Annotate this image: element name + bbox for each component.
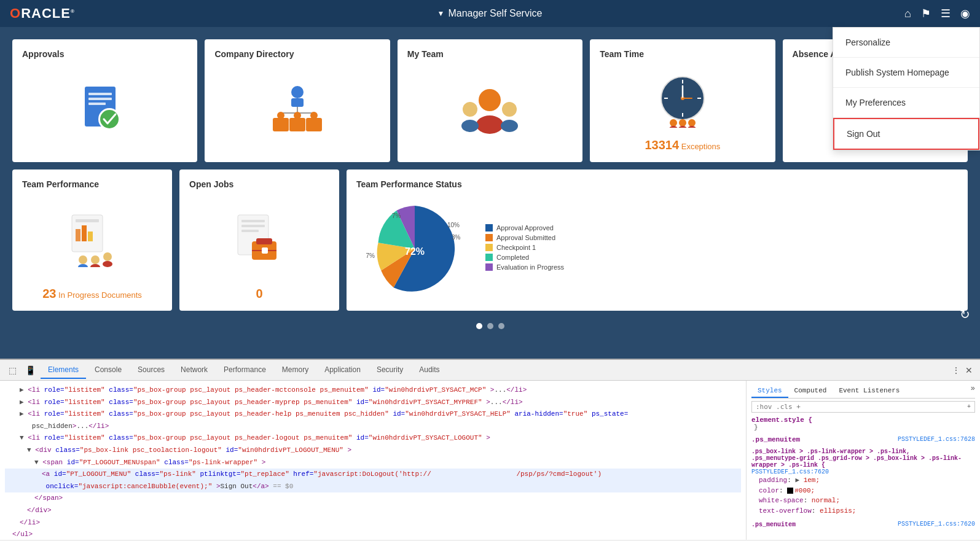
tile-my-team-title: My Team (407, 49, 573, 59)
devtools-tab-audits[interactable]: Audits (412, 362, 447, 379)
tile-team-performance-status[interactable]: Team Performance Status (347, 169, 968, 311)
styles-filter-input[interactable] (756, 403, 965, 411)
svg-rect-40 (76, 219, 99, 222)
header: ORACLE® ▼ Manager Self Service ⌂ ⚑ ☰ ◉ P… (0, 0, 980, 27)
dropdown-personalize[interactable]: Personalize (833, 28, 979, 58)
legend-color-completed (485, 254, 493, 261)
dropdown-publish[interactable]: Publish System Homepage (833, 58, 979, 88)
svg-point-18 (310, 112, 318, 119)
tile-my-team[interactable]: My Team (398, 39, 582, 162)
code-line-8: onclick="javascript:cancelBubble(event);… (5, 481, 741, 493)
menu-icon[interactable]: ☰ (941, 7, 951, 20)
styles-tab-styles[interactable]: Styles (751, 384, 788, 398)
pagination-dot-2[interactable] (487, 323, 493, 329)
legend-evaluation-in-progress: Evaluation in Progress (485, 263, 564, 271)
svg-point-24 (501, 120, 518, 132)
svg-point-35 (679, 119, 686, 126)
styles-link-block: .ps_box-link > .ps-link-wrapper > .ps-li… (751, 448, 975, 516)
pie-chart: 72% 10% 3% 7% 7% (356, 197, 473, 301)
legend-label-approval-approved: Approval Approved (496, 224, 554, 232)
legend-color-evaluation (485, 263, 493, 271)
user-icon[interactable]: ◉ (960, 7, 970, 20)
pagination-dot-1[interactable] (476, 323, 482, 329)
legend-checkpoint1: Checkpoint 1 (485, 244, 564, 251)
company-directory-icon (270, 85, 325, 134)
devtools-tab-performance[interactable]: Performance (216, 362, 273, 379)
styles-element-selector: element.style { (751, 416, 975, 424)
devtools-more-icon[interactable]: ⋮ (952, 365, 960, 375)
legend-completed: Completed (485, 254, 564, 261)
dropdown-preferences[interactable]: My Preferences (833, 88, 979, 118)
team-performance-icon (65, 212, 120, 267)
devtools-tab-application[interactable]: Application (317, 362, 368, 379)
devtools-device-icon[interactable]: 📱 (22, 365, 39, 375)
svg-point-36 (678, 126, 687, 128)
refresh-button[interactable]: ↻ (960, 307, 970, 322)
flag-icon[interactable]: ⚑ (921, 7, 931, 20)
devtools-tab-memory[interactable]: Memory (275, 362, 316, 379)
tile-approvals[interactable]: Approvals (12, 39, 197, 162)
svg-rect-51 (241, 220, 265, 222)
code-line-11: </li> (5, 517, 741, 529)
pagination-dot-3[interactable] (498, 323, 504, 329)
devtools-panel: ⬚ 📱 Elements Console Sources Network Per… (0, 359, 980, 540)
tile-open-jobs[interactable]: Open Jobs 0 (179, 169, 339, 311)
open-jobs-count: 0 (256, 287, 262, 300)
tile-team-performance-status-title: Team Performance Status (356, 179, 958, 189)
approvals-icon (79, 84, 131, 136)
code-line-12: </ul> (5, 529, 741, 540)
devtools-inspect-icon[interactable]: ⬚ (5, 365, 20, 375)
devtools-close-icon[interactable]: ✕ (965, 365, 973, 375)
tile-team-performance-footer: 23 In Progress Documents (22, 287, 162, 301)
code-line-2: ▶ <li role="listitem" class="ps_box-grou… (5, 397, 741, 409)
devtools-tabs: ⬚ 📱 Elements Console Sources Network Per… (0, 360, 980, 381)
team-time-count: 13314 (645, 138, 679, 152)
styles-tab-event-listeners[interactable]: Event Listeners (833, 384, 906, 398)
devtools-tab-network[interactable]: Network (173, 362, 215, 379)
tile-team-time[interactable]: Team Time (590, 39, 775, 162)
tile-open-jobs-footer: 0 (189, 287, 329, 301)
tile-my-team-content (407, 66, 573, 152)
tile-approvals-content (22, 66, 187, 152)
svg-rect-3 (88, 103, 106, 105)
styles-prop-color: color: #000; (751, 486, 975, 496)
header-icons: ⌂ ⚑ ☰ ◉ Personalize Publish System Homep… (904, 7, 970, 20)
svg-point-20 (476, 115, 503, 134)
legend-approval-submitted: Approval Submitted (485, 234, 564, 241)
styles-tab-computed[interactable]: Computed (788, 384, 833, 398)
svg-rect-1 (88, 93, 112, 95)
tile-grid-row1: Approvals Company Directory (12, 39, 968, 162)
home-icon[interactable]: ⌂ (904, 7, 911, 20)
styles-element-closing: } (751, 424, 975, 431)
legend-label-evaluation: Evaluation in Progress (496, 263, 564, 271)
devtools-tab-console[interactable]: Console (87, 362, 129, 379)
pie-legend: Approval Approved Approval Submitted Che… (485, 224, 564, 273)
dropdown-signout[interactable]: Sign Out (833, 118, 979, 150)
styles-more-icon[interactable]: » (971, 384, 975, 398)
styles-menuitem-selector: .ps_menuitem (751, 436, 800, 443)
svg-point-14 (277, 112, 284, 119)
svg-rect-55 (256, 238, 272, 244)
svg-point-44 (79, 255, 87, 264)
svg-rect-17 (306, 118, 322, 131)
styles-footer-block: .ps_menuitem PSSTYLEDEF_1.css:7620 (751, 521, 975, 528)
svg-point-22 (461, 120, 479, 132)
styles-element-block: element.style { } (751, 416, 975, 431)
devtools-tab-elements[interactable]: Elements (41, 362, 86, 379)
devtools-tab-sources[interactable]: Sources (130, 362, 172, 379)
tile-company-directory[interactable]: Company Directory (205, 39, 390, 162)
code-line-3: ▶ <li role="listitem" class="ps_box-grou… (5, 408, 741, 421)
pagination (12, 323, 968, 329)
devtools-code-panel: ▶ <li role="listitem" class="ps_box-grou… (0, 381, 747, 540)
tile-team-time-footer: 13314 Exceptions (600, 138, 765, 152)
tile-team-performance[interactable]: Team Performance (12, 169, 172, 311)
svg-point-48 (103, 252, 112, 261)
svg-point-21 (463, 102, 477, 117)
tile-team-performance-title: Team Performance (22, 179, 162, 189)
pie-chart-container: 72% 10% 3% 7% 7% Approval Approved (356, 197, 958, 301)
svg-point-49 (103, 261, 112, 267)
devtools-tab-security[interactable]: Security (369, 362, 410, 379)
svg-text:10%: 10% (447, 222, 460, 228)
svg-rect-15 (289, 118, 305, 131)
svg-point-34 (669, 126, 678, 128)
